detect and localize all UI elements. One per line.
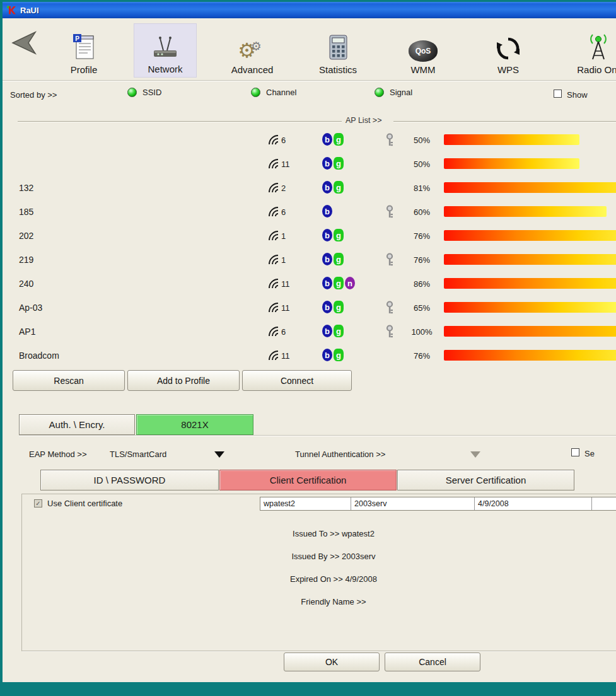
ap-row[interactable]: 6 bg 50% [3,128,616,152]
sort-by-ssid-button[interactable]: SSID [127,88,161,97]
sort-by-channel-button[interactable]: Channel [251,88,296,97]
ap-signal-percent: 50% [402,160,441,169]
tab-id-password[interactable]: ID \ PASSWORD [40,470,219,490]
encryption-key-icon [385,133,394,149]
ap-list: 6 bg 50% 11 bg 50% 132 2 bg 81% 185 6 b … [3,128,616,368]
signal-strength-bar [444,254,616,265]
toolbar-label: WMM [410,64,435,75]
svg-text:P: P [75,35,79,42]
eap-method-dropdown-arrow[interactable] [214,451,224,458]
raui-window: RaUI P Profile [3,2,616,682]
signal-strength-bar [444,158,579,169]
mode-g-badge: g [334,229,344,241]
ap-signal-percent: 60% [402,207,441,217]
ap-channel: 2 [281,183,286,193]
green-led-icon [375,88,384,97]
toolbar-label: Advanced [231,64,274,75]
toolbar-item-statistics[interactable]: Statistics [305,23,371,78]
sort-option-label: Signal [390,88,412,97]
ap-ssid: 185 [19,207,33,217]
channel-icon [269,277,279,291]
ap-ssid: 219 [19,255,33,265]
toolbar-label: Radio On/ [577,64,616,75]
ap-row[interactable]: Broadcom 11 bg 76% [3,344,616,368]
tab-auth-encry[interactable]: Auth. \ Encry. [19,414,135,435]
ap-ssid: 240 [19,279,33,289]
cert-expired-on-cell: 4/9/2008 [475,497,592,510]
toolbar-item-wmm[interactable]: QoS WMM [392,23,454,78]
mode-b-badge: b [322,229,332,241]
ap-ssid: 202 [19,231,33,241]
ap-signal-percent: 76% [402,351,441,361]
tab-server-certification[interactable]: Server Certification [397,470,574,490]
sort-option-label: SSID [142,88,161,97]
calculator-icon [326,29,350,62]
show-dbm-checkbox[interactable] [554,90,562,98]
encryption-key-icon [385,301,394,317]
rescan-button[interactable]: Rescan [13,370,125,391]
mode-b-badge: b [322,205,332,218]
mode-g-badge: g [334,133,344,146]
mode-g-badge: g [334,181,344,194]
divider [3,80,616,81]
ok-button[interactable]: OK [284,652,380,671]
toolbar-item-profile[interactable]: P Profile [54,23,113,78]
channel-icon [269,206,279,219]
add-to-profile-button[interactable]: Add to Profile [127,370,240,391]
mode-b-badge: b [322,181,332,194]
certificate-list-row[interactable]: wpatest2 2003serv 4/9/2008 [260,497,616,511]
use-client-certificate-label: Use Client certificate [47,499,122,508]
cancel-button[interactable]: Cancel [385,652,480,671]
show-dbm-label: Show [567,90,588,100]
mode-g-badge: g [334,157,344,170]
ap-channel: 11 [281,279,290,289]
toolbar-item-radio[interactable]: Radio On/ [557,23,616,78]
tab-client-certification[interactable]: Client Certification [219,470,397,490]
ap-channel: 11 [281,351,290,361]
ap-row[interactable]: 132 2 bg 81% [3,176,616,200]
ap-ssid: 132 [19,183,33,193]
toolbar-label: Profile [71,64,98,75]
issued-by-line: Issued By >> 2003serv [3,552,616,561]
connect-button[interactable]: Connect [242,370,352,391]
use-client-certificate-checkbox[interactable]: ✓ [34,499,42,508]
ap-row[interactable]: 185 6 b 60% [3,200,616,224]
green-led-icon [127,88,137,97]
ap-row[interactable]: 11 bg 50% [3,152,616,176]
signal-strength-bar [444,182,616,193]
ap-row[interactable]: Ap-03 11 bg 65% [3,296,616,320]
sort-by-signal-button[interactable]: Signal [375,88,412,97]
toolbar-item-network[interactable]: Network [134,23,197,78]
gear-icon: ⚙⚙ [238,29,267,62]
encryption-key-icon [385,325,394,341]
back-button[interactable] [6,30,42,57]
divider [393,121,616,122]
expired-on-line: Expired On >> 4/9/2008 [3,574,616,584]
ap-row[interactable]: 202 1 bg 76% [3,224,616,248]
ap-row[interactable]: AP1 6 bg 100% [3,320,616,344]
wps-sync-icon [495,29,521,62]
channel-icon [269,182,279,195]
eap-method-value[interactable]: TLS/SmartCard [110,450,166,459]
mode-g-badge: g [334,253,344,265]
toolbar-item-advanced[interactable]: ⚙⚙ Advanced [219,23,285,78]
signal-strength-bar [444,350,616,361]
cert-issued-to-cell: wpatest2 [260,497,351,510]
ap-row[interactable]: 240 11 bgn 86% [3,272,616,296]
ap-ssid: Broadcom [19,351,59,361]
title-bar[interactable]: RaUI [3,2,616,18]
ap-channel: 1 [281,231,286,241]
ap-signal-percent: 100% [402,327,441,337]
tab-8021x[interactable]: 8021X [136,414,253,435]
ap-row[interactable]: 219 1 bg 76% [3,248,616,272]
ap-channel: 6 [281,327,286,337]
toolbar-item-wps[interactable]: WPS [478,23,538,78]
mode-b-badge: b [322,325,332,337]
signal-strength-bar [444,326,616,337]
toolbar-label: WPS [497,64,519,75]
mode-b-badge: b [322,277,332,289]
eap-method-label: EAP Method >> [29,450,87,459]
signal-strength-bar [444,134,579,145]
signal-strength-bar [444,302,616,313]
session-resumption-checkbox[interactable] [571,448,579,456]
